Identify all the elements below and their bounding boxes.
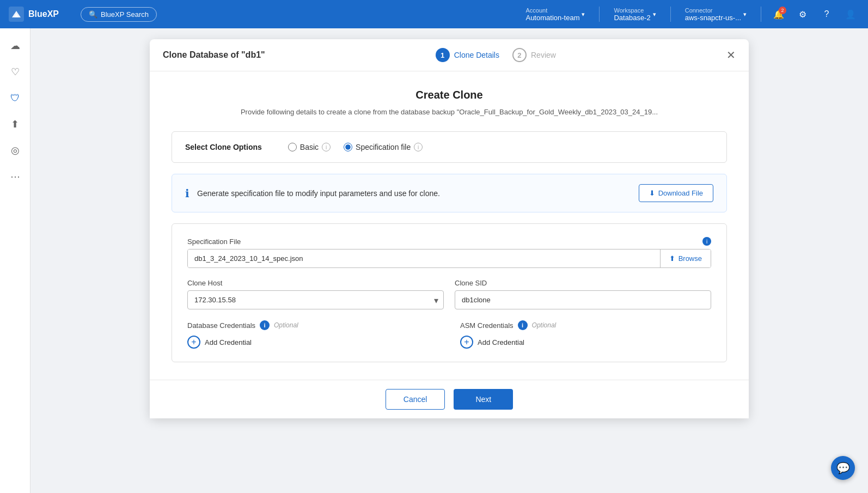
sidebar-item-shield[interactable]: 🛡 <box>4 87 26 109</box>
workspace-selector[interactable]: Workspace Database-2 ▾ <box>608 5 661 24</box>
dialog-title: Clone Database of "db1" <box>163 50 265 60</box>
notification-badge: 2 <box>779 7 786 14</box>
sidebar: ☁ ♡ 🛡 ⬆ ◎ ⋯ <box>0 28 30 493</box>
radio-spec-file[interactable]: Specification file i <box>344 143 423 151</box>
step-1-circle: 1 <box>436 48 450 62</box>
sidebar-item-network[interactable]: ⋯ <box>4 166 26 187</box>
asm-credentials-label-row: ASM Credentials i Optional <box>460 320 711 330</box>
db-credentials-label-row: Database Credentials i Optional <box>187 320 438 330</box>
user-icon: 👤 <box>845 9 856 20</box>
asm-credentials-label: ASM Credentials <box>460 321 514 330</box>
clone-sid-group: Clone SID <box>455 279 711 309</box>
app-logo-text: BlueXP <box>28 9 59 19</box>
spec-file-input[interactable] <box>188 249 660 267</box>
add-db-credential-label: Add Credential <box>205 338 252 346</box>
add-asm-credential-icon: + <box>460 336 473 349</box>
credentials-row: Database Credentials i Optional + Add Cr… <box>187 320 711 349</box>
settings-button[interactable]: ⚙ <box>794 5 811 23</box>
download-file-button[interactable]: ⬇ Download File <box>639 184 713 202</box>
form-panel: Specification File i ⬆ Browse <box>172 223 727 362</box>
db-credentials-info-icon: i <box>260 320 270 330</box>
add-asm-credential-button[interactable]: + Add Credential <box>460 336 524 349</box>
account-value: Automation-team <box>525 14 579 22</box>
clone-radio-group: Basic i Specification file i <box>288 143 423 151</box>
next-button[interactable]: Next <box>454 389 513 410</box>
clone-host-select[interactable]: 172.30.15.58 <box>187 290 444 309</box>
db-credentials-group: Database Credentials i Optional + Add Cr… <box>187 320 438 349</box>
nav-separator-3 <box>761 7 761 22</box>
download-btn-label: Download File <box>658 189 703 197</box>
help-button[interactable]: ? <box>818 5 835 23</box>
sidebar-item-upload[interactable]: ⬆ <box>4 113 26 135</box>
clone-sid-input[interactable] <box>455 290 711 309</box>
main-layout: ☁ ♡ 🛡 ⬆ ◎ ⋯ Clone Database of "db1" <box>0 28 868 493</box>
download-icon: ⬇ <box>649 189 655 197</box>
clone-options-panel: Select Clone Options Basic i Specificati… <box>172 131 727 163</box>
db-credentials-optional: Optional <box>274 321 298 329</box>
clone-sid-label: Clone SID <box>455 279 711 287</box>
dialog-container: Clone Database of "db1" 1 Clone Details … <box>150 39 749 418</box>
target-icon: ◎ <box>11 144 20 156</box>
spec-file-section-info-icon[interactable]: i <box>702 237 711 246</box>
dialog-header: Clone Database of "db1" 1 Clone Details … <box>150 39 749 71</box>
browse-label: Browse <box>678 254 702 263</box>
sidebar-item-health[interactable]: ♡ <box>4 61 26 83</box>
sidebar-item-cloud[interactable]: ☁ <box>4 35 26 57</box>
workspace-chevron-icon: ▾ <box>653 11 656 18</box>
clone-host-group: Clone Host 172.30.15.58 <box>187 279 444 309</box>
step-1[interactable]: 1 Clone Details <box>436 48 499 62</box>
workspace-label: Workspace <box>614 7 650 14</box>
notifications-button[interactable]: 🔔 2 <box>770 5 787 23</box>
upload-icon: ⬆ <box>11 118 19 130</box>
spec-file-label-row: Specification File i <box>187 237 711 246</box>
connector-chevron-icon: ▾ <box>743 11 747 18</box>
close-button[interactable]: ✕ <box>726 48 736 62</box>
wizard-steps: 1 Clone Details 2 Review <box>436 48 556 62</box>
chat-button[interactable]: 💬 <box>831 456 855 480</box>
account-selector[interactable]: Account Automation-team ▾ <box>520 5 590 24</box>
clone-options-label: Select Clone Options <box>185 143 262 151</box>
sidebar-item-target[interactable]: ◎ <box>4 139 26 161</box>
step-1-label: Clone Details <box>454 51 499 59</box>
connector-label: Connector <box>685 7 741 14</box>
basic-radio-label: Basic <box>300 143 319 151</box>
upload-small-icon: ⬆ <box>669 254 675 263</box>
step-2-circle: 2 <box>512 48 527 62</box>
chat-icon: 💬 <box>836 461 850 474</box>
spec-file-info-icon[interactable]: i <box>414 143 423 151</box>
spec-file-group: Specification File i ⬆ Browse <box>187 237 711 268</box>
add-asm-credential-label: Add Credential <box>478 338 524 346</box>
browse-button[interactable]: ⬆ Browse <box>660 249 711 267</box>
search-icon: 🔍 <box>89 10 97 19</box>
spec-file-radio-input[interactable] <box>344 143 352 151</box>
search-bar[interactable]: 🔍 BlueXP Search <box>81 7 157 22</box>
cancel-button[interactable]: Cancel <box>386 389 445 410</box>
db-credentials-label: Database Credentials <box>187 321 255 330</box>
help-icon: ? <box>824 9 829 19</box>
asm-credentials-group: ASM Credentials i Optional + Add Credent… <box>460 320 711 349</box>
radio-basic[interactable]: Basic i <box>288 143 331 151</box>
add-db-credential-button[interactable]: + Add Credential <box>187 336 252 349</box>
gear-icon: ⚙ <box>799 9 806 20</box>
clone-host-select-wrapper: 172.30.15.58 <box>187 290 444 309</box>
download-panel: ℹ Generate specification file to modify … <box>172 174 727 212</box>
main-content: Clone Database of "db1" 1 Clone Details … <box>30 28 868 493</box>
netapp-logo-icon <box>9 7 24 22</box>
dialog-footer: Cancel Next <box>150 380 749 418</box>
basic-radio-input[interactable] <box>288 143 297 151</box>
spec-file-input-row: ⬆ Browse <box>187 249 711 268</box>
shield-icon: 🛡 <box>10 93 20 104</box>
asm-credentials-optional: Optional <box>532 321 557 329</box>
connector-selector[interactable]: Connector aws-snapctr-us-... ▾ <box>680 5 752 24</box>
basic-info-icon[interactable]: i <box>322 143 331 151</box>
top-navigation: BlueXP 🔍 BlueXP Search Account Automatio… <box>0 0 868 28</box>
host-sid-row: Clone Host 172.30.15.58 Clone SID <box>187 279 711 309</box>
add-db-credential-icon: + <box>187 336 200 349</box>
clone-host-label: Clone Host <box>187 279 444 287</box>
user-button[interactable]: 👤 <box>842 5 859 23</box>
nav-separator-1 <box>599 7 600 22</box>
search-label: BlueXP Search <box>101 10 149 19</box>
heart-icon: ♡ <box>11 66 20 78</box>
step-2[interactable]: 2 Review <box>512 48 556 62</box>
page-subtitle: Provide following details to create a cl… <box>172 108 727 116</box>
